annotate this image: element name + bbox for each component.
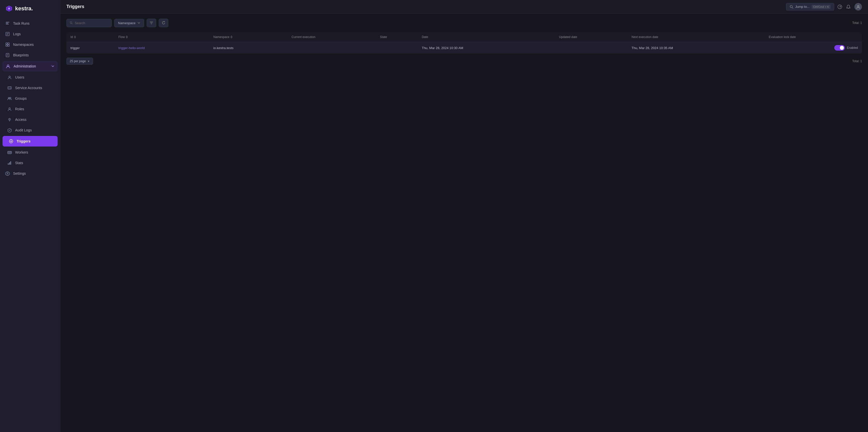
sidebar-item-blueprints[interactable]: Blueprints [0, 50, 60, 60]
sidebar-item-administration[interactable]: Administration [2, 61, 58, 71]
sidebar-item-audit-logs[interactable]: Audit Logs [0, 125, 60, 136]
namespace-dropdown[interactable]: Namespace [114, 19, 144, 27]
search-input[interactable] [75, 21, 108, 25]
chevron-down-icon [51, 64, 55, 68]
per-page-label: 25 per page [70, 59, 86, 63]
task-runs-icon [5, 21, 10, 26]
cell-current-execution [287, 42, 376, 54]
svg-text:?: ? [839, 5, 841, 8]
table-row[interactable]: trigger trigger-hello-world io.kestra.te… [66, 42, 862, 54]
sidebar-item-roles[interactable]: Roles [0, 104, 60, 114]
sidebar-item-groups[interactable]: Groups [0, 93, 60, 104]
sort-icon [126, 36, 128, 38]
page-title: Triggers [66, 4, 84, 9]
cell-date: Thu, Mar 28, 2024 10:30 AM [417, 42, 555, 54]
sidebar-item-label: Namespaces [13, 42, 34, 47]
svg-rect-10 [6, 43, 7, 44]
sidebar-item-access[interactable]: Access [0, 114, 60, 125]
sidebar-item-label: Workers [15, 150, 28, 154]
col-id[interactable]: Id [66, 32, 115, 42]
sidebar-item-settings[interactable]: Settings [0, 168, 60, 179]
sidebar-item-label: Audit Logs [15, 128, 32, 132]
namespace-label: Namespace [118, 21, 135, 25]
logo-text: kestra. [15, 5, 33, 12]
top-header: Triggers Jump to... Ctrl/Cmd + K ? [60, 0, 868, 13]
sidebar-item-label: Administration [13, 64, 36, 68]
namespaces-icon [5, 42, 10, 47]
sidebar-item-logs[interactable]: Logs [0, 29, 60, 39]
sort-id[interactable]: Id [70, 35, 76, 39]
access-icon [7, 117, 12, 122]
roles-icon [7, 107, 12, 112]
toggle-switch[interactable] [834, 45, 845, 51]
audit-logs-icon [7, 127, 12, 133]
sidebar-item-label: Settings [13, 171, 26, 175]
table-header-row: Id Flow [66, 32, 862, 42]
sidebar-item-label: Task Runs [13, 21, 29, 25]
toggle-label: Enabled [847, 46, 858, 50]
kestra-logo-icon [5, 4, 13, 12]
logs-icon [5, 31, 10, 36]
sidebar-item-namespaces[interactable]: Namespaces [0, 39, 60, 50]
sidebar-item-stats[interactable]: Stats [0, 157, 60, 168]
header-actions: Jump to... Ctrl/Cmd + K ? [786, 3, 862, 10]
total-count-header: Total: 1 [852, 21, 862, 25]
sidebar-item-label: Users [15, 75, 24, 79]
search-icon [70, 21, 73, 25]
user-avatar[interactable] [855, 3, 862, 10]
enabled-toggle[interactable]: Enabled [769, 45, 858, 51]
sort-icon [74, 36, 76, 38]
sidebar-item-task-runs[interactable]: Task Runs [0, 18, 60, 29]
svg-rect-43 [10, 162, 11, 165]
svg-rect-12 [6, 45, 7, 46]
chevron-down-icon [137, 21, 141, 24]
filter-icon [150, 21, 153, 25]
triggers-icon [8, 139, 13, 144]
sidebar: kestra. Task Runs [0, 0, 60, 432]
svg-rect-3 [6, 22, 9, 22]
logo[interactable]: kestra. [0, 0, 60, 17]
refresh-button[interactable] [159, 19, 168, 27]
svg-point-24 [8, 97, 9, 99]
sidebar-item-service-accounts[interactable]: Service Accounts [0, 83, 60, 93]
sidebar-item-workers[interactable]: Workers [0, 147, 60, 157]
svg-point-19 [9, 76, 10, 78]
svg-point-25 [10, 97, 11, 99]
col-evaluation-lock: Evaluation lock date [765, 32, 862, 42]
sidebar-item-users[interactable]: Users [0, 72, 60, 83]
col-current-execution: Current execution [287, 32, 376, 42]
cell-state [376, 42, 417, 54]
svg-point-26 [9, 108, 10, 109]
keyboard-shortcut: Ctrl/Cmd + K [812, 5, 831, 9]
search-box[interactable] [66, 19, 112, 27]
svg-rect-42 [9, 162, 10, 165]
users-icon [7, 75, 12, 80]
help-icon[interactable]: ? [837, 4, 842, 9]
col-flow[interactable]: Flow [115, 32, 209, 42]
settings-icon [5, 171, 10, 176]
col-namespace[interactable]: Namespace [209, 32, 287, 42]
svg-point-44 [7, 173, 8, 174]
sidebar-item-triggers[interactable]: Triggers [2, 136, 58, 146]
workers-icon [7, 150, 12, 155]
col-next-execution: Next execution date [627, 32, 765, 42]
cell-evaluation-lock: Enabled [765, 42, 862, 54]
cell-flow[interactable]: trigger-hello-world [115, 42, 209, 54]
jump-to-button[interactable]: Jump to... Ctrl/Cmd + K [786, 3, 834, 10]
svg-line-46 [792, 7, 793, 8]
svg-rect-41 [8, 163, 8, 165]
col-date: Date [417, 32, 555, 42]
per-page-selector[interactable]: 25 per page ▼ [66, 58, 93, 65]
notification-bell-icon[interactable] [846, 4, 851, 9]
triggers-table: Id Flow [66, 32, 862, 54]
refresh-icon [161, 21, 165, 25]
cell-next-execution: Thu, Mar 28, 2024 10:35 AM [627, 42, 765, 54]
sidebar-item-label: Roles [15, 107, 24, 111]
stats-icon [7, 161, 12, 165]
sidebar-item-label: Groups [15, 96, 27, 100]
groups-icon [7, 96, 12, 101]
sort-flow[interactable]: Flow [119, 35, 128, 39]
sort-namespace[interactable]: Namespace [213, 35, 233, 39]
filter-toggle-button[interactable] [147, 19, 156, 27]
col-state: State [376, 32, 417, 42]
